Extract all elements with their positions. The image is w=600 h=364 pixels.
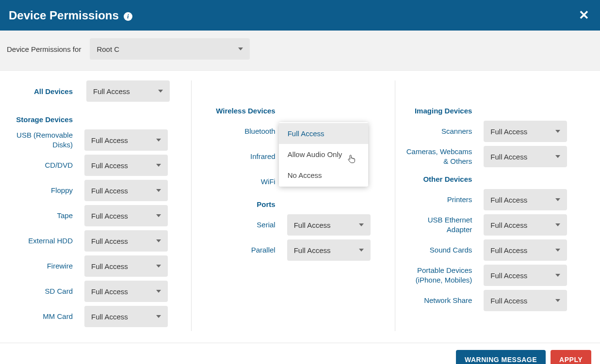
row-all-devices: All Devices Full Access [0, 80, 186, 102]
row-networkshare: Network Share Full Access [404, 290, 590, 311]
page-title: Device Permissions i [9, 9, 132, 22]
scanners-label: Scanners [404, 127, 472, 136]
exthdd-select[interactable]: Full Access [84, 230, 168, 252]
serial-value: Full Access [294, 221, 331, 229]
chevron-down-icon [156, 214, 161, 217]
warning-message-button[interactable]: WARNING MESSAGE [456, 350, 546, 364]
sdcard-label: SD Card [0, 286, 73, 296]
parallel-select[interactable]: Full Access [287, 239, 371, 261]
row-usb-eth: USB Ethernet Adapter Full Access [404, 214, 590, 236]
soundcards-label: Sound Cards [404, 245, 472, 255]
sdcard-select[interactable]: Full Access [84, 281, 168, 302]
cameras-select[interactable]: Full Access [484, 146, 567, 167]
row-floppy: Floppy Full Access [0, 180, 186, 201]
printers-select[interactable]: Full Access [484, 189, 567, 210]
tape-label: Tape [0, 211, 73, 221]
sdcard-value: Full Access [91, 287, 128, 296]
mmcard-select[interactable]: Full Access [84, 306, 168, 327]
row-cddvd: CD/DVD Full Access [0, 155, 186, 176]
section-other-title: Other Devices [404, 175, 472, 183]
soundcards-value: Full Access [490, 246, 527, 254]
chevron-down-icon [156, 265, 161, 268]
scanners-value: Full Access [490, 127, 527, 136]
all-devices-value: Full Access [93, 87, 130, 95]
close-icon[interactable]: ✕ [577, 8, 591, 23]
mmcard-value: Full Access [91, 313, 128, 321]
usb-value: Full Access [91, 136, 128, 144]
bluetooth-option-allow-audio-only[interactable]: Allow Audio Only [279, 144, 368, 165]
row-mmcard: MM Card Full Access [0, 306, 186, 327]
row-serial: Serial Full Access [200, 214, 387, 236]
chevron-down-icon [158, 90, 163, 93]
networkshare-select[interactable]: Full Access [484, 290, 567, 311]
usb-label: USB (Removable Disks) [0, 130, 73, 150]
printers-value: Full Access [490, 196, 527, 204]
chevron-down-icon [555, 274, 560, 277]
usb-select[interactable]: Full Access [84, 129, 168, 151]
scope-select-value: Root C [97, 45, 119, 53]
portable-select[interactable]: Full Access [484, 265, 567, 286]
firewire-select[interactable]: Full Access [84, 255, 168, 277]
tape-select[interactable]: Full Access [84, 205, 168, 226]
info-icon[interactable]: i [124, 12, 132, 21]
cameras-value: Full Access [490, 153, 527, 161]
row-parallel: Parallel Full Access [200, 239, 387, 261]
portable-label: Portable Devices (iPhone, Mobiles) [404, 266, 472, 285]
section-ports-title: Ports [200, 200, 276, 208]
chevron-down-icon [359, 223, 364, 226]
row-cameras: Cameras, Webcams & Others Full Access [404, 146, 590, 167]
usbeth-value: Full Access [490, 221, 527, 229]
chevron-down-icon [555, 223, 560, 226]
cddvd-select[interactable]: Full Access [84, 155, 168, 176]
row-portable: Portable Devices (iPhone, Mobiles) Full … [404, 265, 590, 286]
mmcard-label: MM Card [0, 312, 73, 321]
apply-button[interactable]: APPLY [551, 350, 591, 364]
section-imaging-title: Imaging Devices [404, 107, 472, 115]
chevron-down-icon [555, 249, 560, 252]
serial-label: Serial [200, 220, 276, 230]
portable-value: Full Access [490, 271, 527, 280]
soundcards-select[interactable]: Full Access [484, 239, 567, 261]
chevron-down-icon [555, 299, 560, 302]
scope-bar: Device Permissions for Root C [0, 31, 600, 71]
chevron-down-icon [156, 239, 161, 242]
row-soundcards: Sound Cards Full Access [404, 239, 590, 261]
bluetooth-dropdown[interactable]: Full Access Allow Audio Only No Access [279, 122, 368, 187]
bluetooth-option-no-access[interactable]: No Access [279, 165, 368, 186]
row-firewire: Firewire Full Access [0, 255, 186, 277]
floppy-select[interactable]: Full Access [84, 180, 168, 201]
firewire-value: Full Access [91, 262, 128, 270]
scope-select[interactable]: Root C [90, 38, 250, 60]
bluetooth-option-full-access[interactable]: Full Access [279, 123, 368, 144]
chevron-down-icon [156, 315, 161, 318]
chevron-down-icon [359, 249, 364, 252]
scope-label: Device Permissions for [7, 45, 81, 53]
chevron-down-icon [156, 139, 161, 142]
all-devices-label: All Devices [0, 87, 73, 95]
networkshare-label: Network Share [404, 296, 472, 305]
row-sdcard: SD Card Full Access [0, 281, 186, 302]
chevron-down-icon [555, 155, 560, 158]
chevron-down-icon [156, 164, 161, 167]
permissions-content: All Devices Full Access Storage Devices … [0, 71, 600, 343]
section-wireless-title: Wireless Devices [200, 107, 276, 115]
col-left: All Devices Full Access Storage Devices … [0, 80, 191, 331]
row-scanners: Scanners Full Access [404, 121, 590, 142]
chevron-down-icon [156, 189, 161, 192]
chevron-down-icon [555, 198, 560, 201]
usbeth-label: USB Ethernet Adapter [404, 215, 472, 235]
wifi-label: WiFi [200, 177, 276, 187]
col-right: Imaging Devices Scanners Full Access Cam… [395, 80, 600, 331]
exthdd-label: External HDD [0, 236, 73, 246]
usbeth-select[interactable]: Full Access [484, 214, 567, 236]
serial-select[interactable]: Full Access [287, 214, 371, 236]
row-external-hdd: External HDD Full Access [0, 230, 186, 252]
networkshare-value: Full Access [490, 297, 527, 305]
scanners-select[interactable]: Full Access [484, 121, 567, 142]
section-storage-title: Storage Devices [0, 115, 73, 124]
firewire-label: Firewire [0, 261, 73, 271]
row-usb: USB (Removable Disks) Full Access [0, 129, 186, 151]
chevron-down-icon [156, 290, 161, 293]
dialog-footer: WARNING MESSAGE APPLY [0, 343, 600, 364]
all-devices-select[interactable]: Full Access [86, 80, 170, 102]
